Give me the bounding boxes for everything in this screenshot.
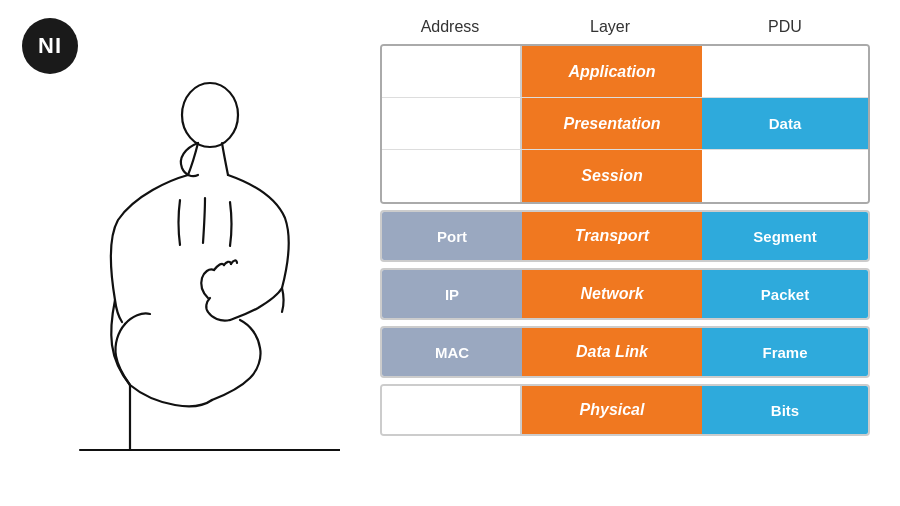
header-pdu: PDU bbox=[700, 18, 870, 36]
cell-pdu-application bbox=[702, 46, 868, 97]
table-row: Application bbox=[382, 46, 868, 98]
logo-text: NI bbox=[38, 33, 62, 59]
header-address: Address bbox=[380, 18, 520, 36]
cell-address-presentation bbox=[382, 98, 522, 149]
osi-panel: Address Layer PDU Application Presentati… bbox=[380, 18, 870, 442]
table-row: Session bbox=[382, 150, 868, 202]
table-row: Physical Bits bbox=[380, 384, 870, 436]
table-row: MAC Data Link Frame bbox=[380, 326, 870, 378]
cell-layer-application: Application bbox=[522, 46, 702, 97]
cell-layer-physical: Physical bbox=[522, 386, 702, 434]
cell-layer-presentation: Presentation bbox=[522, 98, 702, 149]
cell-address-session bbox=[382, 150, 522, 202]
cell-pdu-presentation: Data bbox=[702, 98, 868, 149]
cell-address-network: IP bbox=[382, 270, 522, 318]
cell-address-physical bbox=[382, 386, 522, 434]
cell-layer-session: Session bbox=[522, 150, 702, 202]
cell-pdu-physical: Bits bbox=[702, 386, 868, 434]
header-layer: Layer bbox=[520, 18, 700, 36]
cell-pdu-network: Packet bbox=[702, 270, 868, 318]
cell-address-datalink: MAC bbox=[382, 328, 522, 376]
table-row: IP Network Packet bbox=[380, 268, 870, 320]
person-illustration bbox=[30, 60, 360, 490]
table-row: Presentation Data bbox=[382, 98, 868, 150]
table-row: Port Transport Segment bbox=[380, 210, 870, 262]
cell-pdu-session bbox=[702, 150, 868, 202]
column-headers: Address Layer PDU bbox=[380, 18, 870, 36]
upper-layers-group: Application Presentation Data Session bbox=[380, 44, 870, 204]
cell-address-transport: Port bbox=[382, 212, 522, 260]
cell-pdu-transport: Segment bbox=[702, 212, 868, 260]
cell-layer-transport: Transport bbox=[522, 212, 702, 260]
cell-layer-network: Network bbox=[522, 270, 702, 318]
cell-pdu-datalink: Frame bbox=[702, 328, 868, 376]
cell-layer-datalink: Data Link bbox=[522, 328, 702, 376]
cell-address-application bbox=[382, 46, 522, 97]
svg-point-0 bbox=[182, 83, 238, 147]
